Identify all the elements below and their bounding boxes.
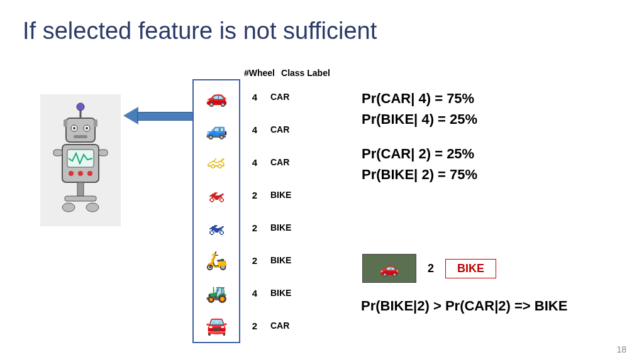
wheel-value: 2 xyxy=(239,321,270,331)
svg-point-4 xyxy=(73,127,75,129)
wheel-value: 4 xyxy=(239,92,270,102)
table-row: 🚙4CAR xyxy=(194,113,326,146)
svg-rect-11 xyxy=(67,150,94,167)
class-label: BIKE xyxy=(270,222,291,233)
svg-rect-2 xyxy=(66,118,95,142)
test-wheel-value: 2 xyxy=(428,262,434,275)
svg-rect-8 xyxy=(64,119,67,127)
robot-icon xyxy=(46,101,115,220)
class-label: CAR xyxy=(270,124,289,134)
robot-image xyxy=(40,94,121,226)
arrow-left xyxy=(123,107,192,124)
table-row: 🚘2CAR xyxy=(194,309,326,342)
vehicle-icon: 🚗 xyxy=(194,82,239,112)
table-row: 🛵2BIKE xyxy=(194,244,326,277)
vehicle-icon: 🛵 xyxy=(194,245,239,275)
class-label: CAR xyxy=(270,321,289,331)
table-row: 🏎4CAR xyxy=(194,146,326,178)
table-row: 🚜4BIKE xyxy=(194,277,326,309)
col-wheel: #Wheel xyxy=(244,68,275,78)
svg-point-13 xyxy=(78,171,83,176)
vehicle-icon: 🚘 xyxy=(194,310,239,341)
table-row: 🏍2BIKE xyxy=(194,211,326,244)
class-label: CAR xyxy=(270,92,289,102)
svg-rect-15 xyxy=(53,150,62,156)
table-row: 🏍2BIKE xyxy=(194,178,326,211)
vehicle-icon: 🏍 xyxy=(194,180,239,210)
table-row: 🚗4CAR xyxy=(194,80,326,113)
svg-point-14 xyxy=(87,171,92,176)
test-vehicle-icon: 🚗 xyxy=(362,254,416,283)
slide-number: 18 xyxy=(616,344,626,354)
wheel-value: 4 xyxy=(239,124,270,135)
svg-point-12 xyxy=(69,171,74,176)
vehicle-icon: 🚙 xyxy=(194,114,239,145)
svg-rect-17 xyxy=(77,182,84,196)
wheel-value: 2 xyxy=(239,222,270,233)
prob-car-4: Pr(CAR| 4) = 75% xyxy=(362,88,477,109)
svg-point-0 xyxy=(77,103,84,111)
class-label: BIKE xyxy=(270,190,291,200)
class-label: CAR xyxy=(270,157,289,167)
col-label: Class Label xyxy=(281,68,330,78)
wheel-value: 2 xyxy=(239,255,270,266)
wheel-value: 4 xyxy=(239,288,270,299)
svg-rect-16 xyxy=(99,150,108,156)
training-rows: 🚗4CAR🚙4CAR🏎4CAR🏍2BIKE🏍2BIKE🛵2BIKE🚜4BIKE🚘… xyxy=(194,80,326,342)
svg-rect-18 xyxy=(65,196,96,201)
class-label: BIKE xyxy=(270,255,291,265)
predicted-label: BIKE xyxy=(445,259,496,278)
test-sample: 🚗 2 BIKE xyxy=(362,254,496,283)
class-label: BIKE xyxy=(270,288,291,298)
decision-rule: Pr(BIKE|2) > Pr(CAR|2) => BIKE xyxy=(361,298,567,314)
svg-point-20 xyxy=(86,203,99,212)
prob-car-2: Pr(CAR| 2) = 25% xyxy=(362,143,477,164)
prob-bike-4: Pr(BIKE| 4) = 25% xyxy=(362,109,477,129)
wheel-value: 2 xyxy=(239,190,270,200)
probability-block: Pr(CAR| 4) = 75% Pr(BIKE| 4) = 25% Pr(CA… xyxy=(362,88,477,185)
wheel-value: 4 xyxy=(239,157,270,168)
vehicle-icon: 🏍 xyxy=(194,212,239,243)
vehicle-icon: 🏎 xyxy=(194,147,239,177)
column-headers: #Wheel Class Label xyxy=(244,68,330,78)
prob-bike-2: Pr(BIKE| 2) = 75% xyxy=(362,164,477,185)
slide-title: If selected feature is not sufficient xyxy=(23,18,377,45)
svg-rect-9 xyxy=(94,119,97,127)
svg-rect-7 xyxy=(74,135,87,138)
svg-point-19 xyxy=(62,203,75,212)
svg-point-6 xyxy=(86,127,88,129)
vehicle-icon: 🚜 xyxy=(194,278,239,308)
